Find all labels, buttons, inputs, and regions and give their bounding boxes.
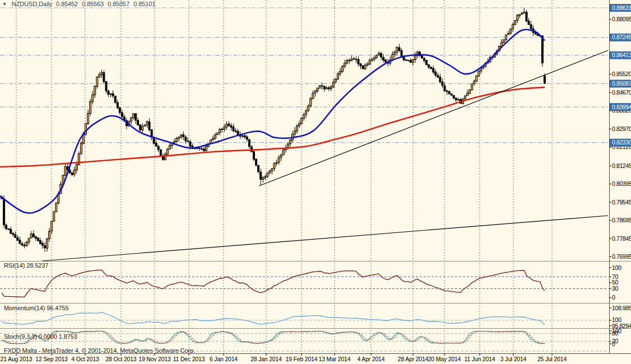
- candle: [273, 164, 275, 169]
- candle: [47, 239, 48, 248]
- candle: [442, 82, 443, 85]
- candle: [260, 172, 262, 179]
- candle: [178, 137, 180, 139]
- price-axis-label: 0.83994: [612, 104, 631, 110]
- candle: [407, 60, 409, 61]
- price-axis-label: 0.86413: [612, 52, 631, 58]
- candle: [256, 159, 257, 165]
- ohlc-open: 0.85452: [56, 1, 78, 7]
- candle: [185, 137, 187, 141]
- price-axis-label: 0.84670: [612, 89, 631, 96]
- candle: [326, 88, 327, 89]
- candle: [314, 91, 316, 93]
- candle: [30, 234, 32, 238]
- candle: [42, 243, 44, 245]
- time-axis-label: 12 Sep 2013: [35, 356, 68, 362]
- candle: [217, 133, 219, 134]
- chart-window: 0.880950.855200.846700.838200.829700.821…: [0, 0, 631, 364]
- candle: [265, 176, 266, 178]
- time-axis-label: 11 Jun 2014: [465, 356, 495, 362]
- candle: [271, 169, 273, 171]
- candle: [144, 125, 146, 127]
- candle: [299, 124, 300, 126]
- candle: [294, 131, 296, 134]
- candle: [433, 68, 434, 72]
- candle: [110, 94, 112, 94]
- candle: [90, 102, 91, 114]
- candle: [212, 138, 214, 140]
- candle: [398, 48, 400, 51]
- momentum-indicator-label: Momentum(14) 96.4755: [4, 305, 68, 311]
- candle: [224, 127, 225, 129]
- candle: [308, 106, 309, 111]
- candle: [349, 60, 350, 60]
- candle: [146, 122, 148, 125]
- ohlc-close: 0.85101: [133, 1, 155, 7]
- candle: [426, 60, 428, 65]
- candle: [289, 140, 291, 144]
- candle: [19, 240, 21, 244]
- candle: [282, 150, 284, 155]
- candle: [133, 114, 134, 118]
- candle: [401, 50, 402, 56]
- price-axis-label: 0.88631: [612, 4, 631, 11]
- candle: [385, 60, 387, 62]
- candle: [73, 170, 75, 174]
- ohlc-high: 0.85563: [82, 1, 104, 7]
- candle: [446, 91, 448, 91]
- candle: [330, 87, 332, 89]
- price-axis-label: 0.81245: [612, 162, 631, 169]
- candle: [149, 122, 150, 130]
- candle: [69, 170, 71, 173]
- time-axis-label: 25 Jul 2014: [537, 356, 567, 362]
- candle: [428, 65, 430, 67]
- candle: [364, 65, 366, 69]
- candle: [508, 34, 509, 35]
- candle: [410, 60, 411, 63]
- candle: [378, 53, 380, 55]
- candle: [87, 113, 89, 124]
- candle: [317, 88, 318, 91]
- candle: [437, 76, 439, 78]
- candle: [135, 114, 137, 120]
- candle: [375, 55, 377, 58]
- candle: [103, 73, 105, 82]
- candle: [455, 98, 457, 100]
- candle: [303, 115, 305, 119]
- candle: [119, 108, 120, 113]
- candle: [230, 125, 232, 127]
- candle: [396, 47, 398, 52]
- time-axis-label: 19 Nov 2013: [138, 356, 171, 362]
- candle: [528, 21, 530, 25]
- candle: [108, 91, 109, 95]
- candle: [337, 74, 339, 79]
- candle: [176, 138, 178, 141]
- price-axis-label: 0.76995: [612, 253, 631, 260]
- price-axis-label: 0.82330: [612, 139, 631, 146]
- candle: [92, 95, 94, 101]
- candle: [328, 88, 330, 89]
- symbol-period-label: NZDUSD,Daily: [12, 1, 52, 7]
- candle: [39, 241, 41, 244]
- candle: [8, 229, 10, 230]
- rsi-indicator-label: RSI(14) 28.5237: [4, 262, 48, 269]
- candle: [474, 81, 475, 84]
- indicator-axis-label: 100: [612, 264, 621, 271]
- candle: [21, 244, 23, 245]
- candle: [112, 94, 114, 96]
- candle: [99, 74, 100, 77]
- chart-title-bar: ▼ NZDUSD,Daily 0.85452 0.85563 0.85057 0…: [2, 1, 155, 7]
- candle: [523, 12, 525, 13]
- indicator-axis-label: 80: [612, 330, 618, 337]
- candle: [505, 35, 507, 40]
- candle: [312, 94, 314, 99]
- indicator-axis-label: 108.9858: [612, 305, 631, 311]
- candle: [412, 59, 414, 62]
- price-axis-label: 0.77845: [612, 235, 631, 242]
- candle: [512, 25, 514, 29]
- chart-surface[interactable]: 0.880950.855200.846700.838200.829700.821…: [0, 0, 631, 364]
- candle: [335, 79, 336, 82]
- subwindow-collapse-icon[interactable]: ▼: [2, 2, 7, 7]
- time-axis-label: 21 Aug 2013: [1, 356, 33, 362]
- candle: [469, 90, 471, 94]
